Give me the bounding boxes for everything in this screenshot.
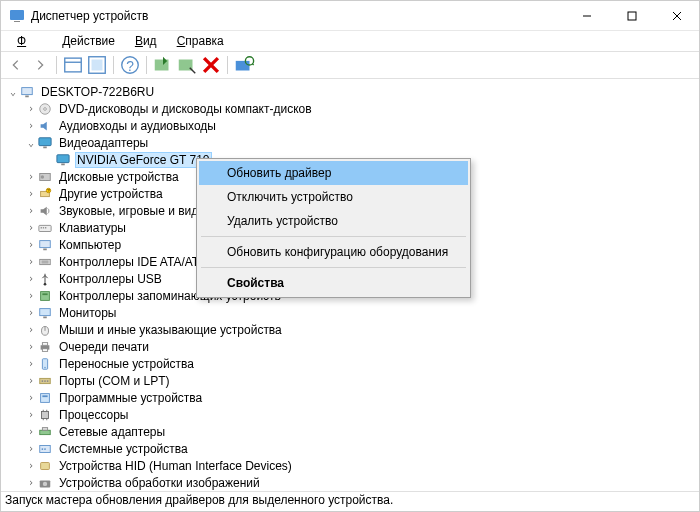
other-icon: ? [37, 187, 53, 201]
tree-label: DESKTOP-722B6RU [39, 85, 156, 99]
chevron-icon[interactable]: › [25, 188, 37, 199]
svg-rect-16 [236, 61, 250, 71]
svg-rect-1 [14, 21, 20, 22]
computer-icon [19, 85, 35, 99]
ctx-separator [201, 236, 466, 237]
mouse-icon [37, 323, 53, 337]
svg-point-71 [43, 481, 47, 485]
tree-item[interactable]: ›Сетевые адаптеры [7, 423, 693, 440]
svg-rect-57 [41, 393, 50, 402]
chevron-icon[interactable]: › [25, 341, 37, 352]
chevron-icon[interactable]: › [25, 477, 37, 488]
back-button[interactable] [5, 54, 27, 76]
chevron-icon[interactable]: › [25, 375, 37, 386]
chevron-icon[interactable]: › [25, 171, 37, 182]
menu-view[interactable]: Вид [127, 32, 165, 50]
svg-point-52 [44, 366, 45, 367]
ctx-uninstall-device[interactable]: Удалить устройство [199, 209, 468, 233]
tree-item[interactable]: ›Аудиовходы и аудиовыходы [7, 117, 693, 134]
svg-rect-36 [40, 240, 51, 247]
tree-item[interactable]: ›Порты (COM и LPT) [7, 372, 693, 389]
chevron-down-icon[interactable]: ⌄ [7, 86, 19, 97]
ctx-update-driver[interactable]: Обновить драйвер [199, 161, 468, 185]
chevron-icon[interactable]: › [25, 103, 37, 114]
maximize-button[interactable] [609, 1, 654, 31]
chevron-icon[interactable]: › [25, 443, 37, 454]
chevron-icon[interactable]: › [25, 205, 37, 216]
tree-item[interactable]: ›Устройства HID (Human Interface Devices… [7, 457, 693, 474]
svg-rect-6 [65, 58, 82, 72]
forward-button[interactable] [29, 54, 51, 76]
svg-point-56 [47, 380, 49, 382]
chevron-icon[interactable]: › [25, 358, 37, 369]
tree-label: Процессоры [57, 408, 131, 422]
chevron-icon[interactable]: › [25, 256, 37, 267]
svg-rect-45 [43, 316, 47, 318]
tree-label: Очереди печати [57, 340, 151, 354]
tree-item[interactable]: ›Программные устройства [7, 389, 693, 406]
tree-root[interactable]: ⌄DESKTOP-722B6RU [7, 83, 693, 100]
svg-point-55 [44, 380, 46, 382]
disable-button[interactable] [176, 54, 198, 76]
svg-rect-35 [45, 227, 46, 228]
sound-icon [37, 204, 53, 218]
menu-action[interactable]: Действие [54, 32, 123, 50]
svg-rect-50 [42, 348, 47, 351]
close-button[interactable] [654, 1, 699, 31]
tree-label: Порты (COM и LPT) [57, 374, 172, 388]
toolbar-button-2[interactable] [86, 54, 108, 76]
cpu-icon [37, 408, 53, 422]
chevron-icon[interactable]: ⌄ [25, 137, 37, 148]
ctx-disable-device[interactable]: Отключить устройство [199, 185, 468, 209]
chevron-icon[interactable]: › [25, 324, 37, 335]
tree-item[interactable]: ›Системные устройства [7, 440, 693, 457]
scan-button[interactable] [62, 54, 84, 76]
tree-item[interactable]: ›Мыши и иные указывающие устройства [7, 321, 693, 338]
svg-point-54 [42, 380, 44, 382]
hdd-icon [37, 170, 53, 184]
scan-hardware-button[interactable] [233, 54, 255, 76]
chevron-icon[interactable]: › [25, 290, 37, 301]
chevron-icon[interactable]: › [25, 409, 37, 420]
tree-item[interactable]: ›Очереди печати [7, 338, 693, 355]
chevron-icon[interactable]: › [25, 222, 37, 233]
chevron-icon[interactable]: › [25, 392, 37, 403]
tree-item[interactable]: ›Процессоры [7, 406, 693, 423]
chevron-icon[interactable]: › [25, 307, 37, 318]
svg-point-67 [42, 448, 44, 450]
tree-item[interactable]: ›Мониторы [7, 304, 693, 321]
svg-rect-33 [41, 227, 42, 228]
chevron-icon[interactable]: › [25, 426, 37, 437]
ctx-properties[interactable]: Свойства [199, 271, 468, 295]
statusbar: Запуск мастера обновления драйверов для … [1, 491, 699, 511]
menu-help[interactable]: Справка [169, 32, 232, 50]
help-button[interactable]: ? [119, 54, 141, 76]
tree-item[interactable]: ›Устройства обработки изображений [7, 474, 693, 491]
update-driver-button[interactable] [152, 54, 174, 76]
tree-item[interactable]: ›DVD-дисководы и дисководы компакт-диско… [7, 100, 693, 117]
ctx-separator [201, 267, 466, 268]
tree-label: Контроллеры USB [57, 272, 164, 286]
portable-icon [37, 357, 53, 371]
uninstall-button[interactable] [200, 54, 222, 76]
computer-icon [37, 238, 53, 252]
chevron-icon[interactable]: › [25, 460, 37, 471]
svg-rect-0 [10, 10, 24, 20]
chevron-icon[interactable]: › [25, 273, 37, 284]
menu-file[interactable]: Ф [9, 32, 50, 50]
chevron-icon[interactable]: › [25, 239, 37, 250]
system-icon [37, 442, 53, 456]
svg-rect-24 [43, 146, 47, 148]
tree-label: Сетевые адаптеры [57, 425, 167, 439]
tree-item[interactable]: ›Переносные устройства [7, 355, 693, 372]
minimize-button[interactable] [564, 1, 609, 31]
tree-label: Программные устройства [57, 391, 204, 405]
chevron-icon[interactable]: › [25, 120, 37, 131]
svg-rect-23 [39, 137, 51, 145]
svg-rect-20 [25, 95, 29, 97]
svg-rect-38 [40, 259, 51, 264]
tree-item[interactable]: ⌄Видеоадаптеры [7, 134, 693, 151]
context-menu: Обновить драйвер Отключить устройство Уд… [196, 158, 471, 298]
window-controls [564, 1, 699, 31]
ctx-scan-hardware[interactable]: Обновить конфигурацию оборудования [199, 240, 468, 264]
